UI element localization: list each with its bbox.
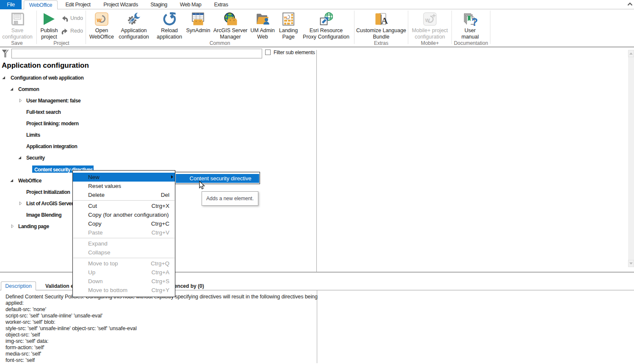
svg-text:w: w [97,17,102,23]
svg-text:A: A [381,15,388,26]
svg-text:?: ? [471,16,478,27]
svg-text:w: w [425,17,430,23]
